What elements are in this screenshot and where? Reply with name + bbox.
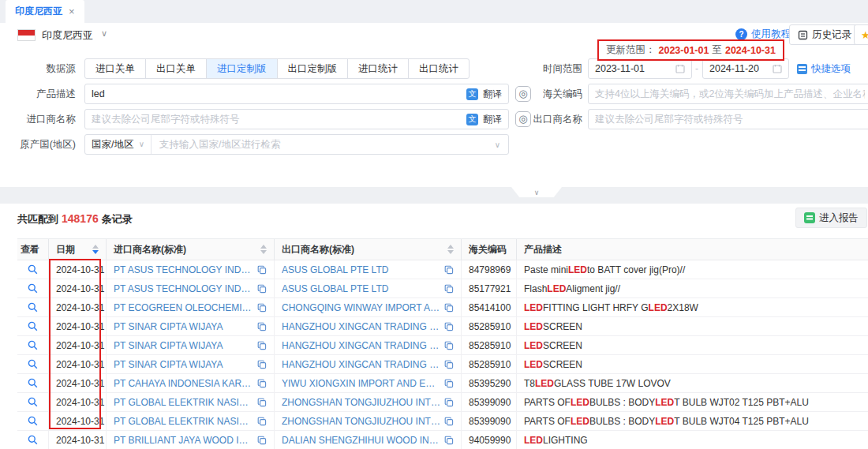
question-icon: ?	[735, 28, 747, 40]
exporter-link[interactable]: HANGZHOU XINGCAN TRADING CO LTD	[282, 340, 441, 351]
copy-icon[interactable]	[444, 398, 454, 407]
table-row: 2024-10-31PT SINAR CIPTA WIJAYAHANGZHOU …	[17, 336, 868, 355]
translate-icon[interactable]: 文	[466, 114, 478, 125]
exporter-link[interactable]: YIWU XIONGXIN IMPORT AND EXPORT...	[282, 378, 441, 389]
view-record-button[interactable]	[28, 340, 38, 350]
datasource-tab[interactable]: 进口定制版	[207, 59, 278, 78]
copy-icon[interactable]	[257, 436, 267, 445]
sort-icons[interactable]	[443, 245, 454, 254]
tab-indonesia[interactable]: 印度尼西亚 ×	[6, 0, 84, 23]
quick-options-link[interactable]: 快捷选项	[797, 58, 851, 79]
importer-name-input[interactable]: 文 翻译	[84, 109, 509, 129]
copy-icon[interactable]	[444, 303, 454, 312]
view-record-button[interactable]	[28, 397, 38, 407]
translate-icon[interactable]: 文	[466, 88, 478, 100]
datasource-tab[interactable]: 出口定制版	[278, 59, 349, 78]
importer-name-value[interactable]	[92, 114, 462, 125]
origin-country-select[interactable]: 国家/地区 ∨	[85, 135, 152, 154]
column-header-label: 出口商名称(标准)	[282, 243, 354, 256]
importer-link[interactable]: PT CAHAYA INDONESIA KARGO	[114, 378, 254, 389]
importer-link[interactable]: PT GLOBAL ELEKTRIK NASIONAL	[114, 397, 254, 408]
copy-icon[interactable]	[257, 284, 267, 294]
desc-text: BULBS : BODY	[589, 397, 655, 408]
copy-icon[interactable]	[257, 322, 267, 331]
chevron-down-icon[interactable]: ∨	[101, 28, 107, 39]
copy-icon[interactable]	[257, 360, 267, 369]
product-desc-input[interactable]: 文 翻译	[84, 84, 509, 104]
collapse-panel-handle[interactable]: ∨	[511, 187, 562, 197]
copy-icon[interactable]	[444, 360, 454, 369]
desc-text: SCREEN	[543, 321, 582, 332]
close-icon[interactable]: ×	[69, 6, 75, 17]
date-end-value[interactable]	[709, 63, 768, 74]
importer-link[interactable]: PT ASUS TECHNOLOGY INDONESIA BA...	[114, 283, 254, 294]
importer-cell: PT ASUS TECHNOLOGY INDONESIA BA...	[107, 260, 275, 279]
country-selector-label[interactable]: 印度尼西亚	[42, 28, 93, 43]
table-row: 2024-10-31PT SINAR CIPTA WIJAYAHANGZHOU …	[17, 317, 868, 336]
copy-icon[interactable]	[444, 436, 454, 445]
exporter-link[interactable]: HANGZHOU XINGCAN TRADING CO LTD	[282, 321, 441, 332]
copy-icon[interactable]	[257, 379, 267, 388]
exporter-link[interactable]: ZHONGSHAN TONGJIUZHOU INTERNA...	[282, 397, 441, 408]
datasource-tab[interactable]: 出口关单	[146, 59, 207, 78]
copy-icon[interactable]	[444, 284, 454, 294]
copy-icon[interactable]	[444, 341, 454, 350]
history-button[interactable]: 历史记录	[789, 24, 860, 45]
view-record-button[interactable]	[28, 416, 38, 426]
view-record-button[interactable]	[28, 321, 38, 331]
exporter-link[interactable]: ZHONGSHAN TONGJIUZHOU INTERNA...	[282, 416, 441, 427]
view-record-button[interactable]	[28, 283, 38, 294]
datasource-tab[interactable]: 进口关单	[85, 59, 146, 78]
origin-country-search-input[interactable]: 支持输入国家/地区进行检索 ∨	[152, 138, 508, 152]
view-record-button[interactable]	[28, 302, 38, 312]
importer-link[interactable]: PT SINAR CIPTA WIJAYA	[114, 359, 254, 370]
view-record-button[interactable]	[28, 435, 38, 445]
product-desc-cell: PARTS OF LED BULBS : BODY LED T BULB WJT…	[517, 393, 868, 411]
copy-icon[interactable]	[257, 265, 267, 275]
exporter-name-value[interactable]	[595, 114, 865, 125]
enter-report-button[interactable]: 进入报告	[795, 208, 867, 228]
column-header[interactable]: 出口商名称(标准)	[275, 239, 462, 260]
date-start-input[interactable]	[588, 58, 692, 79]
favorite-button[interactable]: ★	[854, 24, 868, 45]
importer-link[interactable]: PT BRILLIANT JAYA WOOD INDUSTRY	[114, 435, 254, 446]
quick-options-icon	[797, 64, 807, 74]
datasource-tab[interactable]: 出口统计	[409, 59, 469, 78]
enter-report-label: 进入报告	[819, 211, 859, 225]
importer-link[interactable]: PT ASUS TECHNOLOGY INDONESIA BA...	[114, 264, 254, 275]
hs-code-value[interactable]	[595, 88, 865, 99]
exporter-link[interactable]: CHONGQING WINWAY IMPORT AND E...	[282, 302, 441, 313]
sort-icons[interactable]	[88, 245, 99, 254]
copy-icon[interactable]	[444, 265, 454, 275]
view-record-button[interactable]	[28, 359, 38, 369]
copy-icon[interactable]	[257, 341, 267, 350]
hs-code-input[interactable]	[588, 84, 868, 104]
copy-icon[interactable]	[444, 417, 454, 426]
exporter-name-input[interactable]	[588, 109, 868, 129]
date-end-input[interactable]	[702, 58, 789, 79]
exporter-link[interactable]: ASUS GLOBAL PTE LTD	[282, 264, 441, 275]
date-start-value[interactable]	[595, 63, 671, 74]
column-header[interactable]: 日期	[49, 239, 107, 260]
copy-icon[interactable]	[444, 379, 454, 388]
importer-link[interactable]: PT SINAR CIPTA WIJAYA	[114, 321, 254, 332]
exporter-link[interactable]: ASUS GLOBAL PTE LTD	[282, 283, 441, 294]
importer-link[interactable]: PT SINAR CIPTA WIJAYA	[114, 340, 254, 351]
copy-icon[interactable]	[257, 398, 267, 407]
view-record-button[interactable]	[28, 264, 38, 275]
copy-icon[interactable]	[257, 417, 267, 426]
date-cell: 2024-10-31	[49, 431, 107, 449]
column-header[interactable]: 进口商名称(标准)	[107, 239, 275, 260]
keyword-highlight: LED	[535, 378, 554, 389]
view-record-button[interactable]	[28, 378, 38, 388]
importer-link[interactable]: PT GLOBAL ELEKTRIK NASIONAL	[114, 416, 254, 427]
exporter-link[interactable]: HANGZHOU XINGCAN TRADING CO LTD	[282, 359, 441, 370]
copy-icon[interactable]	[257, 303, 267, 312]
sort-icons[interactable]	[256, 245, 267, 254]
copy-icon[interactable]	[444, 322, 454, 331]
datasource-tab[interactable]: 进口统计	[348, 59, 409, 78]
exporter-link[interactable]: DALIAN SHENGZHIHUI WOOD INDUST...	[282, 435, 441, 446]
importer-link[interactable]: PT ECOGREEN OLEOCHEMICALS	[114, 302, 254, 313]
product-desc-value[interactable]	[92, 88, 462, 99]
view-cell	[17, 336, 49, 354]
